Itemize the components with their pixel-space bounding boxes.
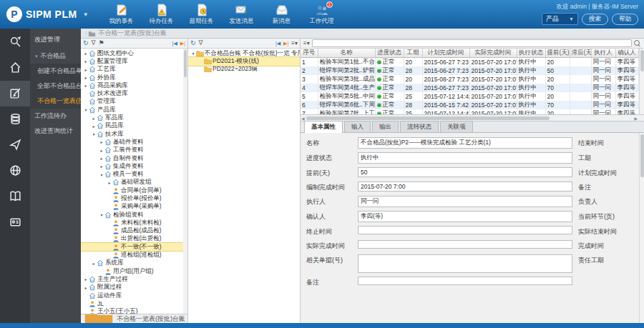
column-header[interactable]: 执行状态 [517, 49, 545, 58]
form-field-value[interactable] [358, 226, 572, 234]
org-tree-node[interactable]: 不一致(不一致) [81, 243, 187, 251]
rail-item-card[interactable] [0, 209, 30, 235]
nav-last-icon[interactable]: ▶| [180, 41, 185, 46]
column-header[interactable]: 进度状态 [375, 49, 404, 58]
sidebar-item[interactable]: 工作流待办 [30, 109, 81, 124]
table-row[interactable]: 4钳焊车间第4批..生产信息单正常282015-06-27 7:232015-0… [301, 84, 644, 92]
column-header[interactable]: 确认人 [615, 49, 638, 58]
tree-caret-icon[interactable]: ▾ [91, 131, 97, 136]
tree-caret-icon[interactable]: ▸ [91, 116, 97, 121]
tree-caret-icon[interactable]: ▸ [83, 59, 89, 64]
sidebar-item[interactable]: 不合格一览表(按批)台账 [30, 94, 81, 109]
org-tree-node[interactable]: ▸系统库 [81, 259, 187, 267]
collapsed-panel-bar[interactable]: 不合格一览表(按批)台账 [81, 314, 187, 323]
org-tree-node[interactable]: JL [81, 299, 187, 307]
org-tree-node[interactable]: ▾检验组资料 [81, 211, 187, 219]
form-field-value[interactable]: 同一问 [358, 196, 572, 207]
tree-caret-icon[interactable]: ▾ [83, 107, 89, 112]
org-tree-node[interactable]: ▸基础件资料 [81, 138, 187, 146]
search-icon[interactable] [634, 40, 641, 47]
org-tree-node[interactable]: 合同单(合同单) [81, 187, 187, 194]
tree-caret-icon[interactable]: ▸ [99, 139, 104, 144]
org-tree-node[interactable]: ▸军品库 [81, 114, 187, 121]
org-tree-node[interactable]: ▸商品采购库 [81, 81, 187, 89]
toolbar-button-mail-box[interactable]: 新消息 [262, 1, 302, 28]
org-tree-node[interactable]: ▸自制件资料 [81, 154, 187, 162]
toolbar-button-doc-edit[interactable]: 我的事务 [102, 1, 142, 28]
column-header[interactable]: 执行人 [591, 49, 615, 58]
org-tree-node[interactable]: ▸图纸文档中心 [81, 49, 187, 57]
org-tree-node[interactable]: 采购单(采购单) [81, 203, 187, 211]
nav-last-icon[interactable]: ▶| [283, 41, 288, 46]
org-tree-node[interactable]: ▸附属过程 [81, 284, 187, 292]
org-tree-node[interactable]: 来料检(来料检) [81, 219, 187, 227]
form-tab[interactable]: 输入 [344, 121, 371, 132]
folder-tree-node[interactable]: PD2022~2023辑 [188, 66, 300, 74]
column-header[interactable]: 滞后(天) [570, 49, 591, 58]
toolbar-button-mail-send[interactable]: 发送消息 [222, 1, 262, 28]
form-field-value[interactable]: 2015-07-20 7:00 [358, 182, 572, 192]
table-row[interactable]: 6钳焊车间第6批..下周排产单正常282015-06-15 7:422015-0… [301, 101, 644, 109]
form-scrollbar[interactable] [639, 133, 644, 323]
column-header[interactable]: 名称 [318, 49, 375, 58]
table-scrollbar[interactable] [639, 49, 644, 114]
nav-first-icon[interactable]: |◀ [172, 41, 177, 46]
org-tree-node[interactable]: 巡检组(巡检组) [81, 251, 187, 259]
logo-area[interactable]: P SIPM PLM ▼ [0, 6, 96, 22]
tree-caret-icon[interactable]: ▸ [99, 164, 104, 169]
rail-item-send[interactable] [0, 132, 30, 158]
org-tree-node[interactable]: ▾技术库 [81, 130, 187, 138]
scroll-right-icon[interactable]: ▶ [634, 116, 638, 121]
form-tab[interactable]: 基本属性 [304, 121, 343, 133]
tree-caret-icon[interactable]: ▸ [83, 285, 89, 290]
chevron-down-icon[interactable]: ▼ [83, 11, 89, 18]
org-tree-node[interactable]: ▸配置管理库 [81, 57, 187, 65]
tree-caret-icon[interactable]: ▸ [99, 156, 104, 161]
refresh-icon[interactable]: ↻ [190, 40, 196, 46]
help-button[interactable]: 帮助 [612, 14, 638, 25]
org-tree-node[interactable]: 用户组(用户组) [81, 267, 187, 275]
table-row[interactable]: 3检验车间第3批..成品具体单..正常202015-08-27 7:232015… [301, 75, 644, 84]
refresh-icon[interactable]: ↻ [83, 40, 89, 46]
form-tab[interactable]: 关联项 [440, 121, 473, 132]
org-tree-node[interactable]: ▾产品库 [81, 106, 187, 114]
menu-icon[interactable]: ≡▾ [291, 40, 298, 46]
sidebar-item[interactable]: 全部不合格品台账 [30, 79, 81, 94]
filter-icon[interactable]: ∇ [92, 40, 96, 46]
rail-item-advanced-search[interactable] [0, 29, 30, 55]
scope-select[interactable]: 产品 ▼ [542, 13, 578, 25]
form-field-value[interactable]: 执行中 [358, 152, 572, 164]
nav-first-icon[interactable]: |◀ [275, 41, 280, 46]
tree-caret-icon[interactable]: ▸ [83, 83, 89, 88]
org-tree-scrollbar[interactable] [183, 49, 187, 314]
menu-icon[interactable]: ≡▾ [303, 40, 310, 46]
sidebar-item[interactable]: 创建不合格品单 [30, 64, 81, 79]
tree-caret-icon[interactable]: ▸ [83, 75, 89, 80]
tree-caret-icon[interactable]: ▸ [91, 261, 97, 266]
table-row[interactable]: 5检验车间第5批..中间体检验..正常252015-07-12 14:42201… [301, 92, 644, 101]
org-tree-node[interactable]: 成品检(成品检) [81, 227, 187, 235]
form-tab[interactable]: 流转状态 [400, 121, 439, 132]
rail-item-edit[interactable] [0, 81, 30, 106]
table-row[interactable]: 7检验车间第7批..上工单检验..正常252015-07-12 14:42201… [301, 109, 644, 115]
column-header[interactable]: 工期 [404, 49, 422, 58]
org-tree-node[interactable]: ▸工装件资料 [81, 146, 187, 154]
flag-icon[interactable]: ⚑ [99, 40, 104, 46]
search-input[interactable] [312, 39, 632, 47]
rail-item-home[interactable] [0, 55, 30, 81]
org-tree-node[interactable]: ▾模具一资料 [81, 170, 187, 178]
sidebar-item[interactable]: 改进查询统计 [30, 124, 81, 139]
org-tree-node[interactable]: 报价单(报价单) [81, 194, 187, 202]
org-tree-node[interactable]: ▸外协库 [81, 74, 187, 81]
tree-caret-icon[interactable]: ▾ [99, 172, 104, 177]
table-row[interactable]: 2钳焊车间第2批..炉前检验单正常282015-06-27 7:232015-0… [301, 66, 644, 75]
scroll-left-icon[interactable]: ◀ [301, 116, 305, 121]
sidebar-item[interactable]: ▼不合格品 [30, 49, 81, 64]
tree-caret-icon[interactable]: ▸ [99, 148, 104, 153]
folder-tree-node[interactable]: ▾不合格品台账 不合格(按批)一览 专用 [188, 49, 300, 57]
column-header[interactable]: 计划完成时间 [422, 49, 469, 58]
column-header[interactable]: 实际完成时间 [469, 49, 517, 58]
org-tree-node[interactable]: ▸民品库 [81, 122, 187, 130]
org-tree-node[interactable]: ▸主生产过程 [81, 275, 187, 283]
tree-caret-icon[interactable]: ▸ [83, 67, 89, 72]
